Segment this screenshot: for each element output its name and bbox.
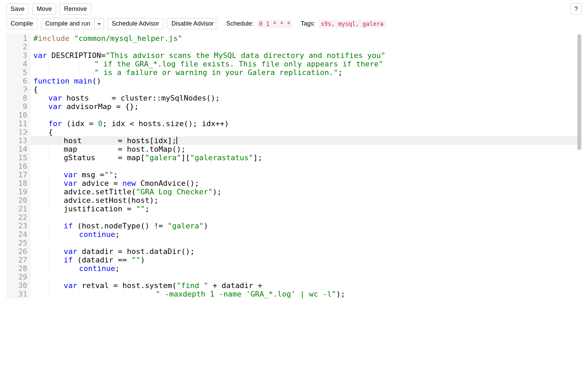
code-line[interactable]: var advisorMap = {}; bbox=[33, 102, 582, 111]
code-line[interactable] bbox=[33, 43, 582, 51]
code-line[interactable]: continue; bbox=[33, 230, 582, 239]
code-line[interactable]: " -maxdepth 1 -name 'GRA_*.log' | wc -l"… bbox=[33, 290, 582, 298]
action-toolbar: Compile Compile and run Schedule Advisor… bbox=[6, 18, 582, 29]
schedule-label: Schedule: bbox=[226, 20, 253, 27]
line-number: 22 bbox=[7, 213, 27, 222]
line-number: 6 bbox=[7, 77, 27, 85]
line-number: 31 bbox=[7, 290, 27, 298]
line-number: 30 bbox=[7, 281, 27, 290]
code-line[interactable]: var retval = host.system("find " + datad… bbox=[33, 281, 582, 290]
code-line[interactable]: if (host.nodeType() != "galera") bbox=[33, 222, 582, 230]
code-line[interactable] bbox=[33, 213, 582, 222]
code-line[interactable] bbox=[33, 273, 582, 281]
line-number: 29 bbox=[7, 273, 27, 281]
svg-marker-0 bbox=[97, 23, 101, 25]
line-number: 21 bbox=[7, 205, 27, 213]
line-number: 26 bbox=[7, 247, 27, 256]
code-line[interactable]: function main() bbox=[33, 77, 582, 85]
code-line[interactable]: var DESCRIPTION="This advisor scans the … bbox=[33, 51, 582, 60]
schedule-advisor-button[interactable]: Schedule Advisor bbox=[107, 18, 164, 29]
save-button[interactable]: Save bbox=[6, 3, 29, 15]
line-number: 2 bbox=[7, 43, 27, 51]
line-number: 15 bbox=[7, 153, 27, 162]
code-line[interactable]: " if the GRA_*.log file exists. This fil… bbox=[33, 60, 582, 68]
code-line[interactable]: var datadir = host.dataDir(); bbox=[33, 247, 582, 256]
line-number: 24 bbox=[7, 230, 27, 239]
remove-button[interactable]: Remove bbox=[60, 3, 91, 15]
move-button[interactable]: Move bbox=[32, 3, 56, 15]
line-number: 19 bbox=[7, 187, 27, 196]
tags-label: Tags: bbox=[300, 20, 315, 27]
line-number: 14 bbox=[7, 145, 27, 153]
code-line[interactable]: var advice = new CmonAdvice(); bbox=[33, 179, 582, 187]
code-line[interactable]: #include "common/mysql_helper.js" bbox=[33, 34, 582, 43]
line-number: 8 bbox=[7, 94, 27, 102]
schedule-value: 0 1 * * * bbox=[257, 20, 292, 28]
line-number: 13 bbox=[7, 136, 27, 145]
line-number: 5 bbox=[7, 68, 27, 77]
line-number: 4 bbox=[7, 60, 27, 68]
line-number: 12 bbox=[7, 128, 27, 136]
tags-value: s9s, mysql, galera bbox=[319, 20, 385, 28]
compile-and-run-split-button: Compile and run bbox=[41, 18, 104, 29]
code-area[interactable]: #include "common/mysql_helper.js"var DES… bbox=[31, 33, 582, 299]
code-editor[interactable]: 1234567891011121314151617181920212223242… bbox=[6, 33, 582, 299]
line-number: 11 bbox=[7, 119, 27, 128]
caret-down-icon bbox=[97, 20, 101, 28]
compile-button[interactable]: Compile bbox=[6, 18, 37, 29]
code-line[interactable]: gStatus = map["galera"]["galerastatus"]; bbox=[33, 153, 582, 162]
code-line[interactable] bbox=[33, 111, 582, 119]
line-number-gutter: 1234567891011121314151617181920212223242… bbox=[6, 33, 31, 299]
line-number: 18 bbox=[7, 179, 27, 187]
line-number: 25 bbox=[7, 239, 27, 247]
text-cursor bbox=[176, 137, 177, 144]
compile-and-run-button[interactable]: Compile and run bbox=[41, 18, 94, 29]
help-button[interactable]: ? bbox=[570, 3, 582, 15]
line-number: 3 bbox=[7, 51, 27, 60]
line-number: 20 bbox=[7, 196, 27, 205]
code-line[interactable]: { bbox=[33, 85, 582, 94]
line-number: 10 bbox=[7, 111, 27, 119]
line-number: 27 bbox=[7, 256, 27, 264]
code-line[interactable]: { bbox=[33, 128, 582, 136]
code-line[interactable]: " is a failure or warning in your Galera… bbox=[33, 68, 582, 77]
code-line[interactable]: justification = ""; bbox=[33, 205, 582, 213]
code-line[interactable]: var msg =""; bbox=[33, 170, 582, 179]
code-line[interactable]: host = hosts[idx]; bbox=[33, 136, 582, 145]
line-number: 9 bbox=[7, 102, 27, 111]
line-number: 28 bbox=[7, 264, 27, 273]
line-number: 16 bbox=[7, 162, 27, 170]
code-line[interactable]: for (idx = 0; idx < hosts.size(); idx++) bbox=[33, 119, 582, 128]
code-line[interactable] bbox=[33, 162, 582, 170]
compile-and-run-dropdown-toggle[interactable] bbox=[94, 18, 104, 29]
line-number: 17 bbox=[7, 170, 27, 179]
code-line[interactable]: continue; bbox=[33, 264, 582, 273]
disable-advisor-button[interactable]: Disable Advisor bbox=[167, 18, 218, 29]
line-number: 1 bbox=[7, 34, 27, 43]
code-line[interactable]: if (datadir == "") bbox=[33, 256, 582, 264]
code-line[interactable]: advice.setHost(host); bbox=[33, 196, 582, 205]
line-number: 7 bbox=[7, 85, 27, 94]
code-line[interactable]: var hosts = cluster::mySqlNodes(); bbox=[33, 94, 582, 102]
file-toolbar: Save Move Remove ? bbox=[6, 3, 582, 15]
code-line[interactable]: advice.setTitle("GRA Log Checker"); bbox=[33, 187, 582, 196]
line-number: 23 bbox=[7, 222, 27, 230]
code-line[interactable] bbox=[33, 239, 582, 247]
code-line[interactable]: map = host.toMap(); bbox=[33, 145, 582, 153]
